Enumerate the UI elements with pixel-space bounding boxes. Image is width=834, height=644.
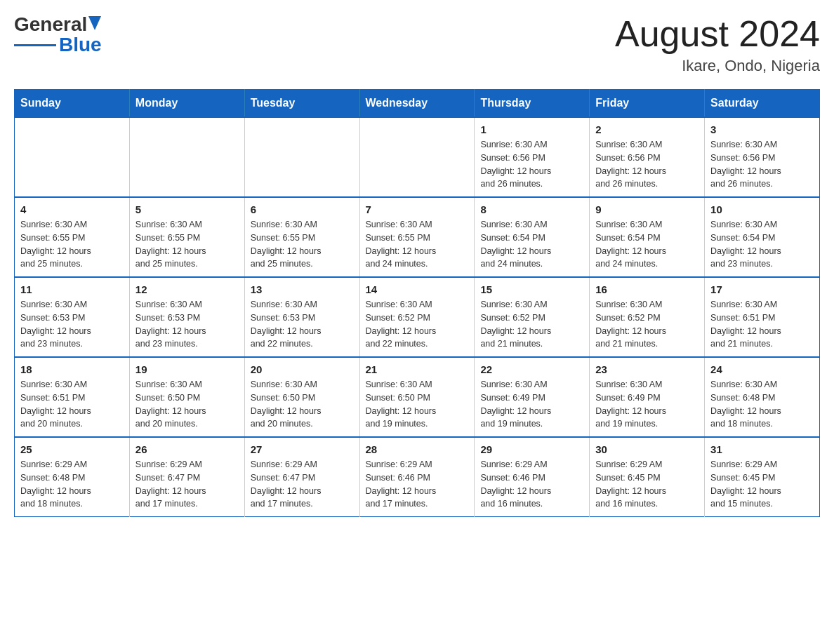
day-info: Sunrise: 6:30 AM Sunset: 6:49 PM Dayligh…	[480, 378, 583, 431]
day-info: Sunrise: 6:29 AM Sunset: 6:46 PM Dayligh…	[480, 458, 583, 511]
day-number: 25	[20, 443, 124, 455]
day-info: Sunrise: 6:30 AM Sunset: 6:55 PM Dayligh…	[251, 218, 354, 271]
day-info: Sunrise: 6:30 AM Sunset: 6:53 PM Dayligh…	[20, 298, 124, 351]
day-number: 2	[595, 123, 699, 135]
day-number: 6	[251, 203, 354, 215]
day-number: 23	[595, 363, 699, 375]
calendar-cell: 26Sunrise: 6:29 AM Sunset: 6:47 PM Dayli…	[129, 437, 244, 517]
day-info: Sunrise: 6:30 AM Sunset: 6:54 PM Dayligh…	[480, 218, 583, 271]
day-info: Sunrise: 6:29 AM Sunset: 6:47 PM Dayligh…	[135, 458, 239, 511]
header-monday: Monday	[129, 90, 244, 118]
day-info: Sunrise: 6:30 AM Sunset: 6:52 PM Dayligh…	[595, 298, 699, 351]
day-number: 11	[20, 283, 124, 295]
calendar-cell: 13Sunrise: 6:30 AM Sunset: 6:53 PM Dayli…	[244, 277, 359, 357]
calendar-cell: 29Sunrise: 6:29 AM Sunset: 6:46 PM Dayli…	[475, 437, 590, 517]
calendar-cell: 20Sunrise: 6:30 AM Sunset: 6:50 PM Dayli…	[244, 357, 359, 437]
day-number: 1	[480, 123, 583, 135]
calendar-cell: 27Sunrise: 6:29 AM Sunset: 6:47 PM Dayli…	[244, 437, 359, 517]
day-header-row: Sunday Monday Tuesday Wednesday Thursday…	[15, 90, 820, 118]
calendar-cell: 30Sunrise: 6:29 AM Sunset: 6:45 PM Dayli…	[590, 437, 705, 517]
day-info: Sunrise: 6:30 AM Sunset: 6:48 PM Dayligh…	[710, 378, 814, 431]
day-number: 17	[710, 283, 814, 295]
day-number: 21	[366, 363, 469, 375]
calendar-cell: 2Sunrise: 6:30 AM Sunset: 6:56 PM Daylig…	[590, 117, 705, 197]
calendar-cell: 12Sunrise: 6:30 AM Sunset: 6:53 PM Dayli…	[129, 277, 244, 357]
day-number: 15	[480, 283, 583, 295]
day-info: Sunrise: 6:30 AM Sunset: 6:52 PM Dayligh…	[366, 298, 469, 351]
day-info: Sunrise: 6:30 AM Sunset: 6:50 PM Dayligh…	[135, 378, 239, 431]
calendar-cell	[359, 117, 475, 197]
day-info: Sunrise: 6:30 AM Sunset: 6:51 PM Dayligh…	[20, 378, 124, 431]
calendar-cell	[244, 117, 359, 197]
day-number: 10	[710, 203, 814, 215]
calendar-cell: 5Sunrise: 6:30 AM Sunset: 6:55 PM Daylig…	[129, 197, 244, 277]
logo-line	[14, 44, 56, 46]
day-number: 5	[135, 203, 239, 215]
calendar-cell: 21Sunrise: 6:30 AM Sunset: 6:50 PM Dayli…	[359, 357, 475, 437]
header-wednesday: Wednesday	[359, 90, 475, 118]
day-info: Sunrise: 6:30 AM Sunset: 6:56 PM Dayligh…	[710, 138, 814, 191]
calendar-cell: 17Sunrise: 6:30 AM Sunset: 6:51 PM Dayli…	[705, 277, 820, 357]
day-info: Sunrise: 6:29 AM Sunset: 6:48 PM Dayligh…	[20, 458, 124, 511]
calendar-week-row: 25Sunrise: 6:29 AM Sunset: 6:48 PM Dayli…	[15, 437, 820, 517]
page-subtitle: Ikare, Ondo, Nigeria	[615, 57, 820, 75]
calendar-cell: 3Sunrise: 6:30 AM Sunset: 6:56 PM Daylig…	[705, 117, 820, 197]
day-info: Sunrise: 6:30 AM Sunset: 6:55 PM Dayligh…	[135, 218, 239, 271]
calendar-table: Sunday Monday Tuesday Wednesday Thursday…	[14, 89, 820, 517]
calendar-cell: 9Sunrise: 6:30 AM Sunset: 6:54 PM Daylig…	[590, 197, 705, 277]
day-number: 18	[20, 363, 124, 375]
calendar-cell: 24Sunrise: 6:30 AM Sunset: 6:48 PM Dayli…	[705, 357, 820, 437]
calendar-cell	[15, 117, 130, 197]
day-info: Sunrise: 6:30 AM Sunset: 6:54 PM Dayligh…	[595, 218, 699, 271]
day-number: 9	[595, 203, 699, 215]
calendar-cell: 28Sunrise: 6:29 AM Sunset: 6:46 PM Dayli…	[359, 437, 475, 517]
day-info: Sunrise: 6:29 AM Sunset: 6:46 PM Dayligh…	[366, 458, 469, 511]
day-number: 28	[366, 443, 469, 455]
day-info: Sunrise: 6:30 AM Sunset: 6:56 PM Dayligh…	[480, 138, 583, 191]
logo-general: General	[14, 14, 87, 36]
header-sunday: Sunday	[15, 90, 130, 118]
logo-arrow-icon	[88, 16, 101, 30]
day-number: 12	[135, 283, 239, 295]
header-thursday: Thursday	[475, 90, 590, 118]
calendar-cell: 15Sunrise: 6:30 AM Sunset: 6:52 PM Dayli…	[475, 277, 590, 357]
day-number: 29	[480, 443, 583, 455]
day-number: 27	[251, 443, 354, 455]
calendar-cell: 19Sunrise: 6:30 AM Sunset: 6:50 PM Dayli…	[129, 357, 244, 437]
calendar-cell: 22Sunrise: 6:30 AM Sunset: 6:49 PM Dayli…	[475, 357, 590, 437]
page-title: August 2024	[615, 14, 820, 54]
day-info: Sunrise: 6:30 AM Sunset: 6:50 PM Dayligh…	[366, 378, 469, 431]
day-info: Sunrise: 6:29 AM Sunset: 6:45 PM Dayligh…	[595, 458, 699, 511]
calendar-cell: 1Sunrise: 6:30 AM Sunset: 6:56 PM Daylig…	[475, 117, 590, 197]
day-number: 14	[366, 283, 469, 295]
logo: General Blue	[14, 14, 102, 56]
calendar-cell: 31Sunrise: 6:29 AM Sunset: 6:45 PM Dayli…	[705, 437, 820, 517]
day-number: 7	[366, 203, 469, 215]
header-friday: Friday	[590, 90, 705, 118]
header-saturday: Saturday	[705, 90, 820, 118]
day-number: 13	[251, 283, 354, 295]
calendar-cell: 11Sunrise: 6:30 AM Sunset: 6:53 PM Dayli…	[15, 277, 130, 357]
day-info: Sunrise: 6:29 AM Sunset: 6:47 PM Dayligh…	[251, 458, 354, 511]
calendar-week-row: 1Sunrise: 6:30 AM Sunset: 6:56 PM Daylig…	[15, 117, 820, 197]
day-info: Sunrise: 6:30 AM Sunset: 6:56 PM Dayligh…	[595, 138, 699, 191]
day-number: 31	[710, 443, 814, 455]
day-info: Sunrise: 6:30 AM Sunset: 6:55 PM Dayligh…	[366, 218, 469, 271]
calendar-week-row: 18Sunrise: 6:30 AM Sunset: 6:51 PM Dayli…	[15, 357, 820, 437]
day-info: Sunrise: 6:30 AM Sunset: 6:49 PM Dayligh…	[595, 378, 699, 431]
day-number: 24	[710, 363, 814, 375]
calendar-cell: 16Sunrise: 6:30 AM Sunset: 6:52 PM Dayli…	[590, 277, 705, 357]
day-info: Sunrise: 6:30 AM Sunset: 6:52 PM Dayligh…	[480, 298, 583, 351]
day-number: 26	[135, 443, 239, 455]
title-area: August 2024 Ikare, Ondo, Nigeria	[615, 14, 820, 75]
day-info: Sunrise: 6:30 AM Sunset: 6:53 PM Dayligh…	[135, 298, 239, 351]
day-info: Sunrise: 6:30 AM Sunset: 6:54 PM Dayligh…	[710, 218, 814, 271]
calendar-cell: 7Sunrise: 6:30 AM Sunset: 6:55 PM Daylig…	[359, 197, 475, 277]
page-header: General Blue August 2024 Ikare, Ondo, Ni…	[14, 14, 820, 75]
day-info: Sunrise: 6:30 AM Sunset: 6:55 PM Dayligh…	[20, 218, 124, 271]
logo-blue: Blue	[59, 34, 102, 56]
day-number: 20	[251, 363, 354, 375]
calendar-cell: 25Sunrise: 6:29 AM Sunset: 6:48 PM Dayli…	[15, 437, 130, 517]
day-number: 4	[20, 203, 124, 215]
calendar-week-row: 4Sunrise: 6:30 AM Sunset: 6:55 PM Daylig…	[15, 197, 820, 277]
